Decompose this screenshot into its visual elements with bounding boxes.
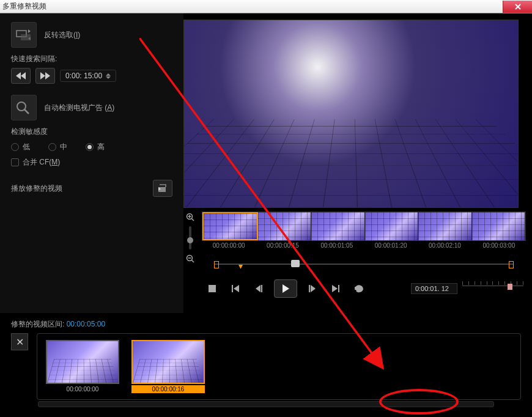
fast-seek-label: 快速搜索间隔: <box>11 54 172 64</box>
clip-item[interactable]: 00:00:00:16 <box>131 340 205 393</box>
window-close-button[interactable] <box>503 1 532 13</box>
filmstrip-frame[interactable] <box>418 212 472 240</box>
step-forward-button[interactable] <box>305 281 320 297</box>
filmstrip-timecodes: 00:00:00:00 00:00:00:15 00:00:01:05 00:0… <box>202 242 526 249</box>
clip-thumbnail[interactable] <box>131 340 205 384</box>
filmstrip-frame[interactable] <box>258 212 312 240</box>
window-titlebar: 多重修整视频 <box>0 0 532 13</box>
svg-point-2 <box>17 102 26 111</box>
trimmed-clips-section: 修整的视频区间: 00:00:05:00 ✕ 00:00:00:00 00:00… <box>0 313 532 413</box>
clips-scrollbar[interactable] <box>38 401 494 407</box>
filmstrip-frame[interactable] <box>365 212 419 240</box>
timeline-filmstrip[interactable] <box>202 212 526 241</box>
zoom-out-button[interactable] <box>185 253 196 264</box>
step-back-button[interactable] <box>251 281 267 297</box>
play-trimmed-button[interactable] <box>153 180 172 197</box>
stop-button[interactable] <box>204 281 220 297</box>
dialog-footer: 确定 <box>0 413 532 417</box>
checkbox-icon <box>11 158 19 166</box>
left-panel: 反转选取(I) 快速搜索间隔: 0:00: 15:00 自动检测电视广告 (A)… <box>0 13 183 313</box>
sensitivity-label: 检测敏感度 <box>11 127 172 137</box>
video-preview <box>183 20 519 208</box>
sensitivity-low-radio[interactable]: 低 <box>11 142 30 152</box>
filmstrip-frame[interactable] <box>472 212 526 240</box>
svg-rect-1 <box>21 34 31 40</box>
play-trimmed-label: 播放修整的视频 <box>11 183 62 194</box>
svg-rect-9 <box>309 285 310 292</box>
fast-seek-section: 快速搜索间隔: 0:00: 15:00 <box>11 54 172 84</box>
zoom-control <box>183 212 197 298</box>
filmstrip-frame[interactable] <box>311 212 365 240</box>
clip-thumbnail[interactable] <box>46 340 119 384</box>
play-trimmed-row: 播放修整的视频 <box>11 180 172 197</box>
current-timecode: 0:00:01. 12 <box>411 283 457 294</box>
jog-ruler[interactable] <box>462 281 523 296</box>
seek-forward-button[interactable] <box>35 68 55 84</box>
sensitivity-section: 检测敏感度 低 中 高 合并 CF(M) <box>11 127 172 168</box>
right-panel: 00:00:00:00 00:00:00:15 00:00:01:05 00:0… <box>183 13 532 313</box>
go-end-button[interactable] <box>328 281 344 297</box>
invert-selection-label: 反转选取(I) <box>44 30 80 40</box>
trim-out-marker[interactable] <box>509 261 514 268</box>
svg-rect-7 <box>232 285 233 292</box>
delete-clip-button[interactable]: ✕ <box>11 333 28 350</box>
go-start-button[interactable] <box>227 281 243 297</box>
clip-item[interactable]: 00:00:00:00 <box>46 340 119 393</box>
auto-detect-icon <box>11 95 37 120</box>
auto-detect-label: 自动检测电视广告 (A) <box>44 103 114 113</box>
trim-in-marker[interactable] <box>214 261 219 268</box>
loop-button[interactable] <box>351 281 367 297</box>
seek-backward-button[interactable] <box>11 68 31 84</box>
trimmed-interval-label: 修整的视频区间: 00:00:05:00 <box>11 319 521 330</box>
clip-timecode: 00:00:00:00 <box>46 385 119 393</box>
invert-selection-row[interactable]: 反转选取(I) <box>11 22 172 48</box>
svg-rect-8 <box>261 285 262 292</box>
scrubber[interactable]: ▾ <box>202 259 526 270</box>
sensitivity-mid-radio[interactable]: 中 <box>48 142 67 152</box>
auto-detect-row[interactable]: 自动检测电视广告 (A) <box>11 95 172 120</box>
play-button[interactable] <box>274 279 297 298</box>
clip-timecode: 00:00:00:16 <box>131 385 205 393</box>
seek-interval-spinner[interactable]: 0:00: 15:00 <box>60 70 116 82</box>
svg-rect-10 <box>338 285 339 292</box>
scrubber-thumb[interactable] <box>291 260 300 267</box>
svg-rect-6 <box>209 285 216 292</box>
window-title: 多重修整视频 <box>0 1 46 12</box>
filmstrip-frame[interactable] <box>202 212 258 240</box>
invert-selection-icon <box>11 22 37 48</box>
merge-cf-checkbox[interactable]: 合并 CF(M) <box>11 157 172 168</box>
zoom-slider[interactable] <box>189 226 191 249</box>
sensitivity-high-radio[interactable]: 高 <box>86 142 105 152</box>
spinner-arrows-icon[interactable] <box>106 73 111 79</box>
seek-interval-value: 0:00: 15:00 <box>65 72 102 80</box>
clips-tray: 00:00:00:00 00:00:00:16 <box>37 333 521 400</box>
zoom-in-button[interactable] <box>185 212 196 223</box>
trim-tick-icon: ▾ <box>238 261 243 271</box>
